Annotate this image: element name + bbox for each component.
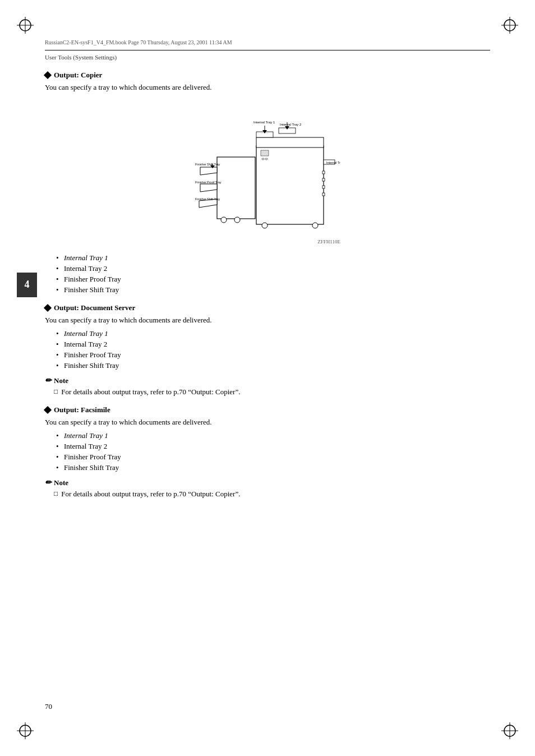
- svg-text:Internal Tray 2: Internal Tray 2: [280, 123, 302, 126]
- list-item: Finisher Shift Tray: [56, 361, 490, 370]
- output-facsimile-list: Internal Tray 1 Internal Tray 2 Finisher…: [56, 431, 490, 472]
- diamond-icon-2: [44, 304, 52, 312]
- page: RussianC2-EN-sysF1_V4_FM.book Page 70 Th…: [0, 0, 535, 756]
- list-item: Internal Tray 1: [56, 431, 490, 440]
- list-item: Finisher Shift Tray: [56, 285, 490, 294]
- note-text: For details about output trays, refer to…: [54, 388, 490, 397]
- header-section: User Tools (System Settings): [45, 50, 490, 62]
- list-item: Internal Tray 2: [56, 340, 490, 349]
- output-copier-title: Output: Copier: [45, 71, 490, 80]
- note-icon-2: ✏: [45, 478, 52, 487]
- list-item: Finisher Proof Tray: [56, 453, 490, 462]
- section-output-copier: Output: Copier You can specify a tray to…: [45, 71, 490, 294]
- list-item: Finisher Shift Tray: [56, 463, 490, 472]
- svg-point-26: [234, 217, 240, 223]
- output-facsimile-title: Output: Facsimile: [45, 405, 490, 414]
- note-text-2: For details about output trays, refer to…: [54, 490, 490, 499]
- list-item: Internal Tray 2: [56, 442, 490, 451]
- copier-diagram-container: Internal Tray 2 Internal Tray 1 Finisher…: [195, 101, 340, 245]
- svg-rect-21: [261, 150, 269, 156]
- svg-rect-23: [265, 158, 268, 160]
- output-copier-list: Internal Tray 1 Internal Tray 2 Finisher…: [56, 253, 490, 294]
- reg-mark-tl: [17, 17, 34, 34]
- svg-text:Internal Tray 1: Internal Tray 1: [326, 161, 340, 164]
- diamond-icon-3: [44, 406, 52, 414]
- svg-rect-24: [217, 157, 255, 219]
- diamond-icon: [44, 71, 52, 79]
- list-item: Internal Tray 1: [56, 329, 490, 338]
- output-document-server-title: Output: Document Server: [45, 303, 490, 312]
- section-output-document-server: Output: Document Server You can specify …: [45, 303, 490, 397]
- note-facsimile: ✏ Note For details about output trays, r…: [45, 478, 490, 499]
- svg-rect-17: [322, 186, 325, 188]
- diagram-caption: ZFFH110E: [195, 239, 340, 245]
- note-document-server: ✏ Note For details about output trays, r…: [45, 376, 490, 397]
- svg-text:Internal Tray 1: Internal Tray 1: [253, 121, 275, 124]
- reg-mark-br: [501, 722, 518, 739]
- note-title: ✏ Note: [45, 376, 490, 385]
- svg-text:Finisher Shift Tray: Finisher Shift Tray: [195, 163, 220, 166]
- content-area: 4 Output: Copier You can specify a tray …: [45, 71, 490, 499]
- output-copier-description: You can specify a tray to which document…: [45, 83, 490, 92]
- svg-point-19: [262, 223, 268, 228]
- list-item: Internal Tray 2: [56, 264, 490, 273]
- reg-mark-bl: [17, 722, 34, 739]
- output-facsimile-description: You can specify a tray to which document…: [45, 418, 490, 427]
- svg-point-20: [312, 223, 318, 228]
- svg-text:Finisher Proof Tray: Finisher Proof Tray: [195, 181, 222, 184]
- output-document-server-list: Internal Tray 1 Internal Tray 2 Finisher…: [56, 329, 490, 370]
- list-item: Finisher Proof Tray: [56, 275, 490, 284]
- svg-rect-22: [262, 158, 264, 160]
- svg-rect-18: [322, 193, 325, 196]
- svg-rect-16: [322, 178, 325, 181]
- svg-rect-13: [256, 137, 324, 147]
- page-inner: RussianC2-EN-sysF1_V4_FM.book Page 70 Th…: [45, 39, 490, 717]
- reg-mark-tr: [501, 17, 518, 34]
- list-item: Internal Tray 1: [56, 253, 490, 262]
- page-number: 70: [45, 702, 52, 711]
- header-text: User Tools (System Settings): [45, 54, 117, 61]
- svg-rect-12: [256, 146, 324, 224]
- tab-marker: 4: [17, 273, 37, 297]
- svg-point-25: [221, 217, 227, 223]
- output-document-server-description: You can specify a tray to which document…: [45, 316, 490, 325]
- file-info: RussianC2-EN-sysF1_V4_FM.book Page 70 Th…: [45, 39, 490, 45]
- note-icon: ✏: [45, 376, 52, 385]
- copier-diagram: Internal Tray 2 Internal Tray 1 Finisher…: [195, 101, 340, 236]
- section-output-facsimile: Output: Facsimile You can specify a tray…: [45, 405, 490, 499]
- svg-text:Finisher Shift Tray: Finisher Shift Tray: [195, 197, 220, 201]
- list-item: Finisher Proof Tray: [56, 351, 490, 359]
- note-title-2: ✏ Note: [45, 478, 490, 487]
- svg-rect-15: [322, 171, 325, 174]
